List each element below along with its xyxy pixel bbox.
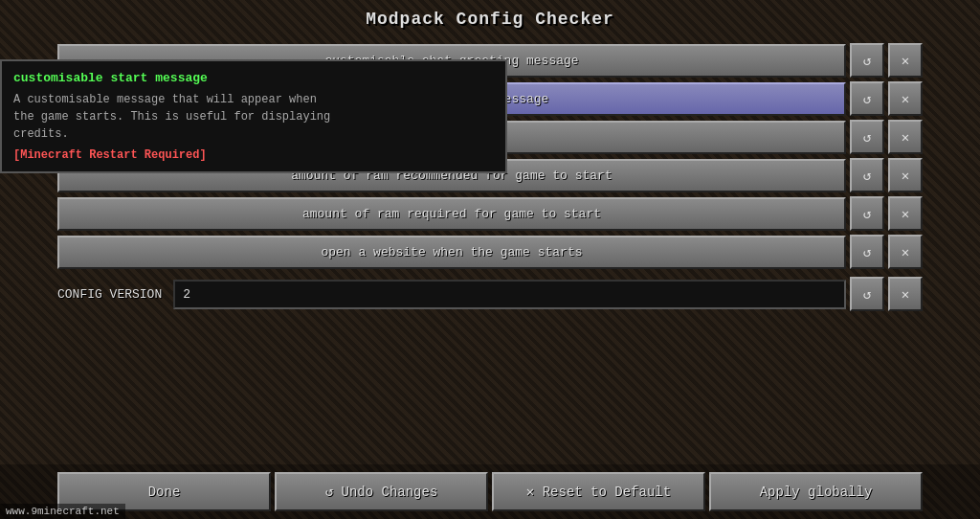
default-icon-1[interactable]: ✕: [888, 43, 923, 78]
default-icon-5[interactable]: ✕: [888, 196, 923, 231]
default-icon-2[interactable]: ✕: [888, 81, 923, 116]
config-btn-5[interactable]: amount of ram required for game to start: [57, 197, 846, 231]
default-icon-6[interactable]: ✕: [888, 235, 923, 269]
default-icon-4[interactable]: ✕: [888, 158, 923, 192]
reset-icon-2[interactable]: ↺: [850, 81, 884, 116]
config-row-6: open a website when the game starts ↺ ✕: [57, 235, 923, 269]
bottom-toolbar: Done ↺ Undo Changes ✕ Reset to Default A…: [0, 464, 980, 519]
config-version-label: CONFIG VERSION: [57, 287, 169, 302]
reset-icon-5[interactable]: ↺: [850, 196, 884, 231]
reset-icon-1[interactable]: ↺: [850, 43, 884, 78]
tooltip-description: A customisable message that will appear …: [13, 91, 494, 143]
config-row-5: amount of ram required for game to start…: [57, 196, 923, 231]
reset-icon-version[interactable]: ↺: [850, 277, 884, 311]
page-title: Modpack Config Checker: [0, 0, 980, 38]
tooltip-title: customisable start message: [13, 71, 494, 85]
undo-button[interactable]: ↺ Undo Changes: [275, 472, 488, 511]
tooltip-popup: customisable start message A customisabl…: [0, 59, 507, 173]
default-icon-3[interactable]: ✕: [888, 120, 923, 154]
config-btn-6[interactable]: open a website when the game starts: [57, 236, 846, 269]
default-icon-version[interactable]: ✕: [888, 277, 923, 311]
reset-icon-3[interactable]: ↺: [850, 120, 884, 154]
config-version-row: CONFIG VERSION ↺ ✕: [57, 277, 923, 311]
config-version-input[interactable]: [173, 280, 846, 309]
reset-icon-4[interactable]: ↺: [850, 158, 884, 192]
reset-icon-6[interactable]: ↺: [850, 235, 884, 269]
apply-globally-button[interactable]: Apply globally: [709, 472, 923, 511]
reset-default-button[interactable]: ✕ Reset to Default: [492, 472, 705, 511]
tooltip-restart-notice: [Minecraft Restart Required]: [13, 148, 494, 162]
watermark: www.9minecraft.net: [0, 504, 125, 519]
